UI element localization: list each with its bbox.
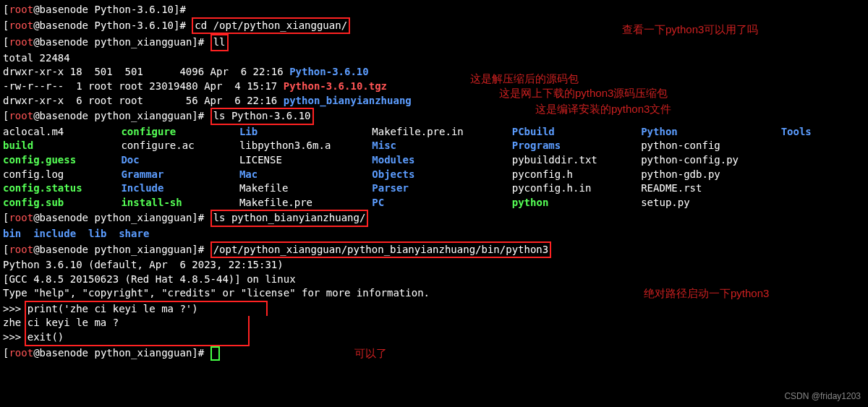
ls-item: Mac: [239, 168, 366, 182]
cmd-cd: cd /opt/python_xiangguan/: [192, 17, 350, 35]
annotation-3: 这是网上下载的python3源码压缩包: [499, 85, 668, 100]
ls-item: Makefile: [239, 181, 366, 196]
ls-item: Grammar: [121, 168, 233, 182]
ls-item: install-sh: [121, 196, 233, 210]
ll-total: total 22484: [3, 51, 865, 66]
cmd-ls1: ls Python-3.6.10: [210, 108, 314, 125]
ls-item: Modules: [372, 153, 506, 168]
ls-item: config.sub: [3, 196, 115, 210]
py-print-line: >>> print('zhe ci keyi le ma ?'): [3, 301, 865, 317]
ls-item: Lib: [239, 125, 366, 140]
ls-item: Makefile.pre.in: [372, 125, 506, 140]
ls-item: setup.py: [641, 196, 775, 210]
prompt-line: [root@basenode Python-3.6.10]#: [3, 3, 865, 17]
cmd-ll: ll: [210, 34, 229, 51]
ls-item: Programs: [512, 139, 635, 153]
cmd-run-line: [root@basenode python_xiangguan]# /opt/p…: [3, 241, 865, 259]
ls-item: Objects: [372, 168, 506, 182]
ll-row-1: drwxr-xr-x 18 501 501 4096 Apr 6 22:16 P…: [3, 65, 865, 80]
ls-item: pyconfig.h.in: [512, 181, 635, 196]
ll-row-3: drwxr-xr-x 6 root root 56 Apr 6 22:16 py…: [3, 94, 865, 108]
annotation-6: 可以了: [354, 346, 387, 361]
ls-item: Misc: [372, 139, 506, 153]
ls-item: python-config.py: [641, 153, 775, 168]
ls-item: configure: [121, 125, 233, 140]
ls-item: config.guess: [3, 153, 115, 168]
annotation-4: 这是编译安装的python3文件: [535, 101, 671, 116]
ls-item: libpython3.6m.a: [239, 139, 366, 153]
py-exit-line: >>> exit(): [3, 330, 865, 346]
annotation-2: 这是解压缩后的源码包: [470, 71, 579, 86]
ls-item: python-config: [641, 139, 775, 153]
ls-item: Doc: [121, 153, 233, 168]
annotation-1: 查看一下python3可以用了吗: [622, 22, 758, 37]
ls-item: pybuilddir.txt: [512, 153, 635, 168]
ls-item: pyconfig.h: [512, 168, 635, 182]
py-print-out: zhe ci keyi le ma ?: [3, 316, 865, 330]
ls-item: Include: [121, 181, 233, 196]
ls-item: configure.ac: [121, 139, 233, 153]
ls-item: aclocal.m4: [3, 125, 115, 140]
ls-item: PC: [372, 196, 506, 210]
ls-item: Parser: [372, 181, 506, 196]
ls-item: Makefile.pre: [239, 196, 366, 210]
cmd-run: /opt/python_xiangguan/python_bianyianzhu…: [210, 241, 552, 259]
py-gcc: [GCC 4.8.5 20150623 (Red Hat 4.8.5-44)] …: [3, 273, 865, 287]
watermark: CSDN @friday1203: [784, 390, 861, 403]
ls-item: config.status: [3, 181, 115, 196]
ls-item: Tools: [781, 125, 839, 140]
ls-item: python-gdb.py: [641, 168, 775, 182]
ll-row-2: -rw-r--r-- 1 root root 23019480 Apr 4 15…: [3, 80, 865, 94]
ls2-output: bin include lib share: [3, 227, 865, 241]
py-ver: Python 3.6.10 (default, Apr 6 2023, 22:1…: [3, 258, 865, 273]
final-prompt[interactable]: [root@basenode python_xiangguan]#: [3, 346, 865, 361]
cmd-ls2-line: [root@basenode python_xiangguan]# ls pyt…: [3, 210, 865, 227]
ls-item: python: [512, 196, 635, 210]
ls-item: LICENSE: [239, 153, 366, 168]
ls-item: README.rst: [641, 181, 775, 196]
cmd-ls1-line: [root@basenode python_xiangguan]# ls Pyt…: [3, 108, 865, 125]
ls-item: PCbuild: [512, 125, 635, 140]
ls-item: build: [3, 139, 115, 153]
ls-item: config.log: [3, 168, 115, 182]
ls1-output: aclocal.m4buildconfig.guessconfig.logcon…: [3, 125, 865, 210]
cmd-ls2: ls python_bianyianzhuang/: [210, 210, 369, 227]
ls-item: Python: [641, 125, 775, 140]
annotation-5: 绝对路径启动一下python3: [644, 286, 769, 301]
cursor-icon: [210, 346, 220, 361]
